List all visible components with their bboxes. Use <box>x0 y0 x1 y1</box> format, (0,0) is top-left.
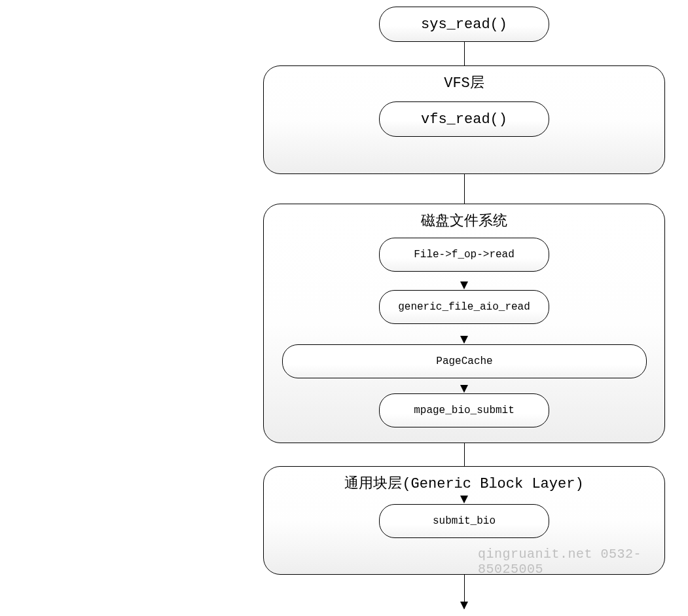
diagram-canvas: sys_read() VFS层 vfs_read() 磁盘文件系统 File->… <box>0 0 688 616</box>
node-label: File->f_op->read <box>414 249 515 261</box>
node-label: submit_bio <box>433 515 496 527</box>
node-pagecache: PageCache <box>282 344 647 378</box>
node-label: generic_file_aio_read <box>398 301 530 313</box>
node-label: sys_read() <box>421 16 507 33</box>
arrowhead-into-generic-aio <box>460 281 468 289</box>
layer-title-diskfs: 磁盘文件系统 <box>264 211 664 230</box>
arrowhead-into-mpage-bio <box>460 385 468 393</box>
node-label: vfs_read() <box>421 111 507 128</box>
node-sys-read: sys_read() <box>379 7 549 42</box>
arrowhead-final <box>460 602 468 609</box>
watermark-text: qingruanit.net 0532-85025005 <box>478 547 688 577</box>
node-label: mpage_bio_submit <box>414 405 515 416</box>
node-mpage-bio: mpage_bio_submit <box>379 393 549 427</box>
node-generic-aio: generic_file_aio_read <box>379 290 549 324</box>
node-label: PageCache <box>436 355 492 367</box>
arrowhead-into-submit-bio <box>460 496 468 503</box>
node-submit-bio: submit_bio <box>379 504 549 538</box>
arrowhead-into-pagecache <box>460 336 468 344</box>
node-fop-read: File->f_op->read <box>379 238 549 272</box>
layer-title-vfs: VFS层 <box>264 73 664 92</box>
layer-title-block: 通用块层(Generic Block Layer) <box>264 473 664 493</box>
node-vfs-read: vfs_read() <box>379 101 549 137</box>
